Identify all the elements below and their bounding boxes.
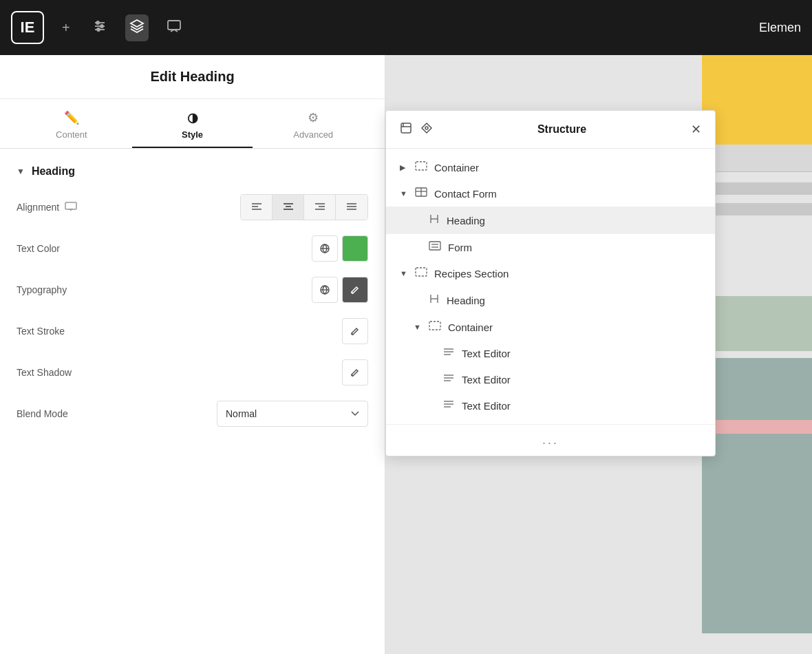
heading-2-icon [429, 293, 440, 307]
text-editor-1-icon [442, 347, 455, 359]
blend-mode-label: Blend Mode [17, 408, 217, 419]
tree-item-container-1[interactable]: ▶ Container [386, 154, 715, 180]
structure-dots: ... [386, 424, 715, 456]
canvas-gray-block-4 [702, 296, 812, 351]
canvas-gray-block-1 [702, 145, 812, 172]
tree-item-text-editor-1[interactable]: Text Editor [386, 340, 715, 366]
tree-item-text-editor-3[interactable]: Text Editor [386, 392, 715, 419]
main-area: Edit Heading ✏️ Content ◑ Style ⚙ Advanc… [0, 55, 812, 654]
structure-header: Structure ✕ [386, 111, 715, 149]
elementor-label: Elemen [759, 21, 801, 35]
blend-mode-row: Blend Mode Normal Multiply Screen Overla… [17, 401, 368, 427]
text-stroke-row: Text Stroke [17, 318, 368, 344]
monitor-icon [65, 202, 77, 213]
tree-arrow-contact-form: ▼ [400, 189, 408, 198]
text-editor-3-label: Text Editor [462, 400, 511, 412]
text-shadow-label: Text Shadow [17, 367, 342, 378]
structure-title: Structure [441, 123, 683, 136]
svg-rect-51 [429, 321, 440, 330]
tree-item-form-1[interactable]: Form [386, 234, 715, 260]
tree-item-heading-2[interactable]: Heading [386, 286, 715, 314]
chat-icon[interactable] [162, 14, 186, 41]
container-1-label: Container [434, 162, 479, 173]
align-btn-group [240, 194, 368, 220]
container-2-icon [429, 321, 441, 333]
canvas-pink-block [702, 420, 812, 434]
structure-close-btn[interactable]: ✕ [691, 123, 701, 136]
color-swatch[interactable] [342, 235, 368, 262]
text-stroke-label: Text Stroke [17, 326, 342, 337]
contact-form-label: Contact Form [434, 188, 497, 200]
alignment-row: Alignment [17, 194, 368, 220]
align-justify-btn[interactable] [336, 195, 367, 220]
text-color-label: Text Color [17, 243, 312, 254]
text-shadow-edit-btn[interactable] [342, 359, 368, 386]
align-left-btn[interactable] [241, 195, 273, 220]
recipes-section-icon [415, 267, 427, 279]
left-panel: Edit Heading ✏️ Content ◑ Style ⚙ Advanc… [0, 55, 385, 654]
canvas-gray-block-3 [702, 203, 812, 215]
add-icon[interactable]: + [58, 16, 74, 40]
svg-point-3 [100, 25, 103, 28]
text-color-row: Text Color [17, 235, 368, 262]
blend-mode-select[interactable]: Normal Multiply Screen Overlay Darken Li… [217, 401, 368, 427]
canvas-gray-block-2 [702, 182, 812, 195]
canvas-yellow-block [702, 55, 812, 145]
tree-arrow-container-1: ▶ [400, 163, 408, 172]
align-right-btn[interactable] [304, 195, 336, 220]
text-editor-1-label: Text Editor [462, 348, 511, 359]
typography-edit-btn[interactable] [342, 277, 368, 303]
tree-item-contact-form[interactable]: ▼ Contact Form [386, 180, 715, 207]
canvas-gray-block-5 [702, 358, 812, 633]
svg-point-1 [96, 21, 99, 24]
advanced-tab-icon: ⚙ [308, 110, 319, 125]
tree-item-recipes-section[interactable]: ▼ Recipes Section [386, 260, 715, 286]
svg-marker-6 [131, 20, 143, 27]
heading-1-icon [429, 213, 440, 227]
svg-point-36 [425, 127, 428, 129]
text-stroke-controls [342, 318, 368, 344]
tree-item-heading-1[interactable]: Heading [386, 207, 715, 234]
global-typography-btn[interactable] [312, 277, 338, 303]
recipes-section-label: Recipes Section [434, 268, 509, 279]
tab-advanced[interactable]: ⚙ Advanced [253, 99, 374, 148]
heading-1-label: Heading [447, 215, 485, 226]
toolbar: IE + Elemen [0, 0, 812, 55]
structure-ai-icon[interactable] [420, 122, 433, 137]
heading-2-label: Heading [447, 295, 485, 306]
text-editor-3-icon [442, 399, 455, 412]
tab-style[interactable]: ◑ Style [132, 99, 253, 148]
tree-item-text-editor-2[interactable]: Text Editor [386, 366, 715, 392]
tab-content[interactable]: ✏️ Content [11, 99, 132, 148]
tree-item-container-2[interactable]: ▼ Container [386, 314, 715, 340]
content-tab-icon: ✏️ [64, 110, 79, 125]
section-arrow[interactable]: ▼ [17, 167, 25, 176]
text-color-controls [312, 235, 368, 262]
typography-row: Typography [17, 277, 368, 303]
svg-rect-44 [429, 242, 440, 250]
typography-controls [312, 277, 368, 303]
structure-tree: ▶ Container ▼ Contact [386, 149, 715, 424]
text-shadow-controls [342, 359, 368, 386]
svg-point-5 [97, 28, 100, 31]
contact-form-icon [415, 187, 427, 200]
container-1-icon [415, 161, 427, 173]
global-color-btn[interactable] [312, 235, 338, 262]
section-heading: ▼ Heading [17, 165, 368, 178]
align-center-btn[interactable] [273, 195, 304, 220]
layers-icon[interactable] [125, 14, 149, 41]
svg-rect-7 [168, 21, 180, 30]
structure-collapse-icon[interactable] [400, 122, 412, 137]
customize-icon[interactable] [88, 14, 111, 41]
tree-arrow-recipes-section: ▼ [400, 269, 408, 277]
elementor-logo[interactable]: IE [11, 11, 44, 44]
form-1-icon [429, 241, 441, 253]
text-editor-2-label: Text Editor [462, 374, 511, 386]
blend-mode-controls: Normal Multiply Screen Overlay Darken Li… [217, 401, 368, 427]
tabs-container: ✏️ Content ◑ Style ⚙ Advanced [0, 99, 385, 149]
svg-rect-33 [401, 123, 411, 133]
container-2-label: Container [448, 321, 493, 333]
alignment-controls [240, 194, 368, 220]
text-stroke-edit-btn[interactable] [342, 318, 368, 344]
panel-content: ▼ Heading Alignment [0, 149, 385, 654]
